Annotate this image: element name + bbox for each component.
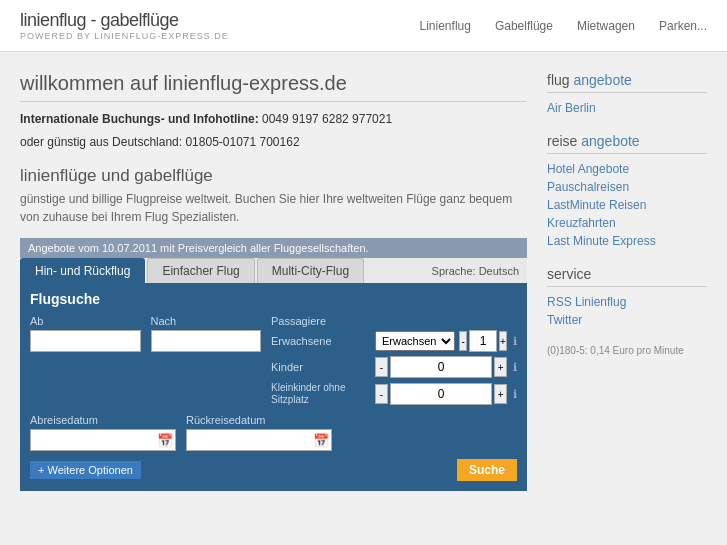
booking-tabs: Hin- und RückflugEinfacher FlugMulti-Cit… <box>20 258 527 283</box>
more-options-button[interactable]: + Weitere Optionen <box>30 461 141 479</box>
abreise-label: Abreisedatum <box>30 414 176 426</box>
main-layout: willkommen auf linienflug-express.de Int… <box>0 52 727 501</box>
erwachsene-input[interactable] <box>469 330 497 352</box>
kinder-row: Kinder - + ℹ <box>271 356 517 378</box>
kinder-label: Kinder <box>271 361 371 373</box>
sidebar-footer-note: (0)180-5: 0,14 Euro pro Minute <box>547 345 707 356</box>
reise-title-plain: reise <box>547 133 581 149</box>
form-row-2: Abreisedatum 📅 Rückreisedatum 📅 <box>30 414 517 451</box>
passagiere-label: Passagiere <box>271 315 517 327</box>
nach-group: Nach <box>151 315 262 406</box>
powered-by: POWERED BY LINIENFLUG-EXPRESS.DE <box>20 31 229 41</box>
nav-item-linienflug[interactable]: Linienflug <box>420 19 471 33</box>
sidebar-link-hotel-angebote[interactable]: Hotel Angebote <box>547 160 707 178</box>
flug-title-accent: angebote <box>573 72 631 88</box>
erwachsene-label: Erwachsene <box>271 335 371 347</box>
service-links-container: RSS LinienflugTwitter <box>547 293 707 329</box>
flights-desc: günstige und billige Flugpreise weltweit… <box>20 190 527 226</box>
more-options-row: + Weitere Optionen Suche <box>30 459 517 481</box>
service-title: service <box>547 266 707 287</box>
sidebar-link-rss-linienflug[interactable]: RSS Linienflug <box>547 293 707 311</box>
reise-angebote-section: reise angebote Hotel AngebotePauschalrei… <box>547 133 707 250</box>
abreise-input[interactable] <box>30 429 176 451</box>
erwachsene-select[interactable]: Erwachsene <box>375 331 455 351</box>
welcome-title: willkommen auf linienflug-express.de <box>20 72 527 102</box>
tab-einfacher-flug[interactable]: Einfacher Flug <box>147 258 254 283</box>
logo-area: linienflug - gabelflüge POWERED BY LINIE… <box>20 10 229 41</box>
nach-label: Nach <box>151 315 262 327</box>
erwachsene-minus[interactable]: - <box>459 331 467 351</box>
nav-item-gabelflüge[interactable]: Gabelflüge <box>495 19 553 33</box>
kleinkinder-label: Kleinkinder ohne Sitzplatz <box>271 382 371 406</box>
kinder-minus[interactable]: - <box>375 357 388 377</box>
kinder-plus[interactable]: + <box>494 357 507 377</box>
passengers-group: Erwachsene Erwachsene - + ℹ <box>271 330 517 406</box>
ab-input[interactable] <box>30 330 141 352</box>
nach-input[interactable] <box>151 330 262 352</box>
kleinkinder-plus[interactable]: + <box>494 384 507 404</box>
hotline-alt: oder günstig aus Deutschland: 01805-0107… <box>20 133 527 152</box>
kleinkinder-input[interactable] <box>390 383 493 405</box>
hotline-number: 0049 9197 6282 977021 <box>262 112 392 126</box>
abreise-group: Abreisedatum 📅 <box>30 414 176 451</box>
ab-group: Ab <box>30 315 141 406</box>
notice-bar: Angebote vom 10.07.2011 mit Preisverglei… <box>20 238 527 258</box>
kinder-input[interactable] <box>390 356 493 378</box>
flug-angebote-section: flug angebote Air Berlin <box>547 72 707 117</box>
rueckreise-label: Rückreisedatum <box>186 414 332 426</box>
nav-item-mietwagen[interactable]: Mietwagen <box>577 19 635 33</box>
nav-item-parken...[interactable]: Parken... <box>659 19 707 33</box>
sidebar-link-last-minute-express[interactable]: Last Minute Express <box>547 232 707 250</box>
abreise-wrapper: 📅 <box>30 429 176 451</box>
ab-label: Ab <box>30 315 141 327</box>
form-row-1: Ab Nach Passagiere Erwachsene Erwachsene <box>30 315 517 406</box>
flug-links-container: Air Berlin <box>547 99 707 117</box>
reise-angebote-title: reise angebote <box>547 133 707 154</box>
kleinkinder-minus[interactable]: - <box>375 384 388 404</box>
erwachsene-plus[interactable]: + <box>499 331 507 351</box>
tab-multi-city-flug[interactable]: Multi-City-Flug <box>257 258 364 283</box>
form-title: Flugsuche <box>30 291 517 307</box>
search-button[interactable]: Suche <box>457 459 517 481</box>
sidebar-link-kreuzfahrten[interactable]: Kreuzfahrten <box>547 214 707 232</box>
lang-label: Sprache: Deutsch <box>432 265 527 283</box>
hotline-info: Internationale Buchungs- und Infohotline… <box>20 110 527 129</box>
flug-title-plain: flug <box>547 72 573 88</box>
header: linienflug - gabelflüge POWERED BY LINIE… <box>0 0 727 52</box>
kinder-num: - + <box>375 356 507 378</box>
site-title: linienflug - gabelflüge <box>20 10 229 31</box>
main-nav: LinienflugGabelflügeMietwagenParken... <box>420 19 707 33</box>
sidebar: flug angebote Air Berlin reise angebote … <box>547 72 707 491</box>
rueckreise-group: Rückreisedatum 📅 <box>186 414 332 451</box>
erwachsene-info: ℹ <box>513 335 517 348</box>
passagiere-group: Passagiere Erwachsene Erwachsene - + <box>271 315 517 406</box>
flug-angebote-title: flug angebote <box>547 72 707 93</box>
hotline-label: Internationale Buchungs- und Infohotline… <box>20 112 259 126</box>
sidebar-link-air-berlin[interactable]: Air Berlin <box>547 99 707 117</box>
kleinkinder-num: - + <box>375 383 507 405</box>
kleinkinder-info: ℹ <box>513 388 517 401</box>
erwachsene-row: Erwachsene Erwachsene - + ℹ <box>271 330 517 352</box>
flights-title: linienflüge und gabelflüge <box>20 166 527 186</box>
tab-hin--und-rückflug[interactable]: Hin- und Rückflug <box>20 258 145 283</box>
service-section: service RSS LinienflugTwitter <box>547 266 707 329</box>
search-form: Flugsuche Ab Nach Passagiere Erwachsene <box>20 283 527 491</box>
kinder-info: ℹ <box>513 361 517 374</box>
spacer-group <box>342 414 517 451</box>
sidebar-link-pauschalreisen[interactable]: Pauschalreisen <box>547 178 707 196</box>
reise-links-container: Hotel AngebotePauschalreisenLastMinute R… <box>547 160 707 250</box>
rueckreise-input[interactable] <box>186 429 332 451</box>
rueckreise-wrapper: 📅 <box>186 429 332 451</box>
reise-title-accent: angebote <box>581 133 639 149</box>
main-content: willkommen auf linienflug-express.de Int… <box>20 72 527 491</box>
service-title-plain: service <box>547 266 591 282</box>
kleinkinder-row: Kleinkinder ohne Sitzplatz - + ℹ <box>271 382 517 406</box>
sidebar-link-lastminute-reisen[interactable]: LastMinute Reisen <box>547 196 707 214</box>
sidebar-link-twitter[interactable]: Twitter <box>547 311 707 329</box>
erwachsene-num: - + <box>459 330 507 352</box>
